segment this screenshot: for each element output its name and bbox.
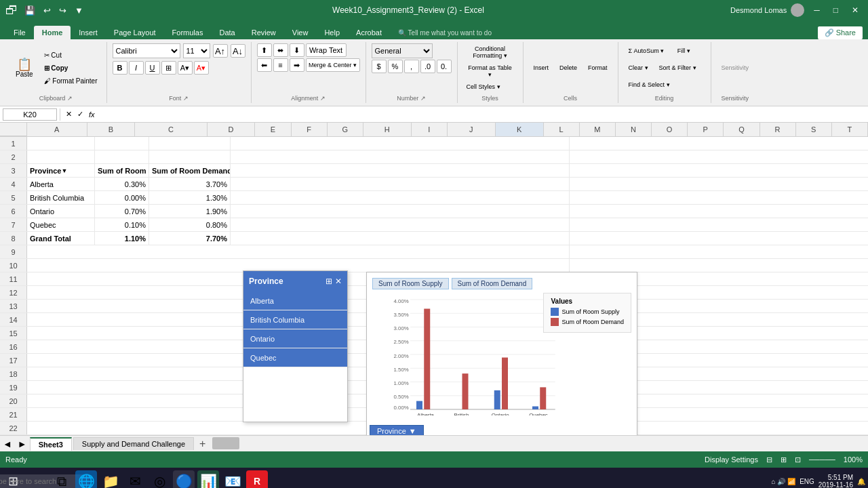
task-view-icon[interactable]: ⧉ — [51, 470, 73, 488]
autosum-button[interactable]: Σ AutoSum ▾ — [624, 45, 669, 57]
cell-rest-1[interactable] — [231, 137, 570, 150]
conditional-formatting-button[interactable]: Conditional Formatting ▾ — [463, 43, 517, 61]
cell-styles-button[interactable]: Cell Styles ▾ — [463, 81, 517, 92]
tab-acrobat[interactable]: Acrobat — [348, 26, 390, 39]
file-explorer-icon[interactable]: 📁 — [100, 470, 121, 488]
cell-rest-4[interactable] — [231, 178, 570, 191]
cell-c4[interactable]: 3.70% — [149, 178, 231, 191]
cell-b2[interactable] — [95, 150, 149, 164]
slicer-multiselect-button[interactable]: ⊞ — [326, 277, 332, 286]
view-normal-icon[interactable]: ⊟ — [766, 455, 772, 464]
font-name-select[interactable]: Calibri — [113, 43, 180, 58]
align-center-button[interactable]: ≡ — [273, 58, 288, 72]
clear-button[interactable]: Clear ▾ — [624, 62, 653, 74]
font-size-select[interactable]: 11 — [183, 43, 210, 58]
percent-button[interactable]: % — [388, 60, 403, 73]
scroll-right-tab-button[interactable]: ► — [15, 439, 30, 449]
comma-button[interactable]: , — [404, 60, 419, 73]
view-pagebreak-icon[interactable]: ⊡ — [795, 455, 801, 464]
chrome-icon[interactable]: 🔵 — [173, 470, 195, 488]
align-middle-button[interactable]: ⬌ — [273, 43, 288, 57]
save-button[interactable]: 💾 — [22, 4, 38, 17]
copy-button[interactable]: ⊞ Copy — [41, 62, 101, 74]
slicer-clear-button[interactable]: ✕ — [335, 277, 342, 286]
tab-page-layout[interactable]: Page Layout — [106, 26, 164, 39]
cell-b4[interactable]: 0.30% — [95, 178, 149, 191]
align-top-button[interactable]: ⬆ — [257, 43, 272, 57]
cell-a1[interactable] — [27, 137, 95, 150]
cell-rest-5[interactable] — [231, 191, 570, 205]
outlook-icon[interactable]: 📧 — [222, 470, 243, 488]
formula-input[interactable] — [98, 110, 865, 119]
name-box[interactable] — [3, 108, 57, 121]
sensitivity-button[interactable]: Sensitivity — [717, 62, 754, 74]
chart-tab-demand[interactable]: Sum of Room Demand — [452, 278, 533, 289]
close-button[interactable]: ✕ — [848, 4, 863, 16]
cell-c5[interactable]: 1.30% — [149, 191, 231, 205]
find-select-button[interactable]: Find & Select ▾ — [624, 79, 675, 91]
cell-c3[interactable]: Sum of Room Demand — [149, 164, 231, 178]
cell-a4[interactable]: Alberta — [27, 178, 95, 191]
format-as-table-button[interactable]: Format as Table ▾ — [463, 62, 517, 80]
paste-button[interactable]: 📋 Paste — [11, 56, 38, 81]
cell-rest-8[interactable] — [231, 232, 570, 245]
cell-b6[interactable]: 0.70% — [95, 205, 149, 218]
insert-cells-button[interactable]: Insert — [529, 62, 554, 74]
province-filter-button[interactable]: Province ▼ — [370, 425, 424, 435]
slicer-item-ontario[interactable]: Ontario — [243, 329, 347, 348]
cut-button[interactable]: ✂ Cut — [41, 49, 101, 61]
delete-cells-button[interactable]: Delete — [555, 62, 582, 74]
cell-a3[interactable]: Province ▼ — [27, 164, 95, 178]
font-color-button[interactable]: A▾ — [194, 61, 209, 75]
number-format-select[interactable]: General — [372, 43, 433, 58]
view-layout-icon[interactable]: ⊞ — [781, 455, 787, 464]
bold-button[interactable]: B — [113, 61, 127, 75]
cell-a5[interactable]: British Columbia — [27, 191, 95, 205]
share-button[interactable]: 🔗 Share — [818, 26, 863, 39]
decrease-font-button[interactable]: A↓ — [231, 44, 245, 58]
cell-20-left[interactable] — [27, 394, 258, 408]
increase-decimal-button[interactable]: .0 — [420, 60, 435, 73]
r-icon[interactable]: R — [246, 470, 268, 488]
cell-b5[interactable]: 0.00% — [95, 191, 149, 205]
cell-rest-2[interactable] — [231, 150, 570, 164]
confirm-icon[interactable]: ✓ — [75, 110, 86, 119]
search-taskbar-icon[interactable] — [26, 470, 48, 488]
format-painter-button[interactable]: 🖌 Format Painter — [41, 75, 101, 87]
slicer-item-alberta[interactable]: Alberta — [243, 291, 347, 310]
province-filter-icon[interactable]: ▼ — [61, 167, 67, 174]
edge-icon[interactable]: 🌐 — [75, 470, 97, 488]
cell-a8[interactable]: Grand Total — [27, 232, 95, 245]
cell-rest-7[interactable] — [231, 218, 570, 232]
tab-review[interactable]: Review — [243, 26, 284, 39]
scrollbar-thumb[interactable] — [212, 437, 239, 449]
redo-button[interactable]: ↪ — [56, 4, 69, 17]
tab-formulas[interactable]: Formulas — [164, 26, 212, 39]
cell-c1[interactable] — [149, 137, 231, 150]
tab-help[interactable]: Help — [316, 26, 348, 39]
cell-b3[interactable]: Sum of Room Supply — [95, 164, 149, 178]
tab-insert[interactable]: Insert — [71, 26, 106, 39]
cell-a6[interactable]: Ontario — [27, 205, 95, 218]
cell-a7[interactable]: Quebec — [27, 218, 95, 232]
align-bottom-button[interactable]: ⬇ — [290, 43, 304, 57]
add-sheet-button[interactable]: + — [195, 438, 210, 450]
cell-c2[interactable] — [149, 150, 231, 164]
format-cells-button[interactable]: Format — [583, 62, 612, 74]
scroll-left-tab-button[interactable]: ◄ — [0, 439, 15, 449]
sheet-tab-sheet3[interactable]: Sheet3 — [30, 437, 72, 451]
cell-b8[interactable]: 1.10% — [95, 232, 149, 245]
cell-b7[interactable]: 0.10% — [95, 218, 149, 232]
insert-function-icon[interactable]: fx — [86, 110, 98, 119]
fill-color-button[interactable]: A▾ — [178, 61, 193, 75]
fill-button[interactable]: Fill ▾ — [670, 45, 697, 57]
merge-center-button[interactable]: Merge & Center ▾ — [306, 58, 360, 72]
cell-rest-6[interactable] — [231, 205, 570, 218]
align-left-button[interactable]: ⬅ — [257, 58, 272, 72]
wrap-text-button[interactable]: Wrap Text — [306, 43, 347, 57]
align-right-button[interactable]: ➡ — [290, 58, 304, 72]
sort-filter-button[interactable]: Sort & Filter ▾ — [654, 62, 701, 74]
cortana-icon[interactable]: ◎ — [149, 470, 170, 488]
undo-button[interactable]: ↩ — [41, 4, 54, 17]
tab-tell-me[interactable]: 🔍 Tell me what you want to do — [390, 26, 500, 39]
